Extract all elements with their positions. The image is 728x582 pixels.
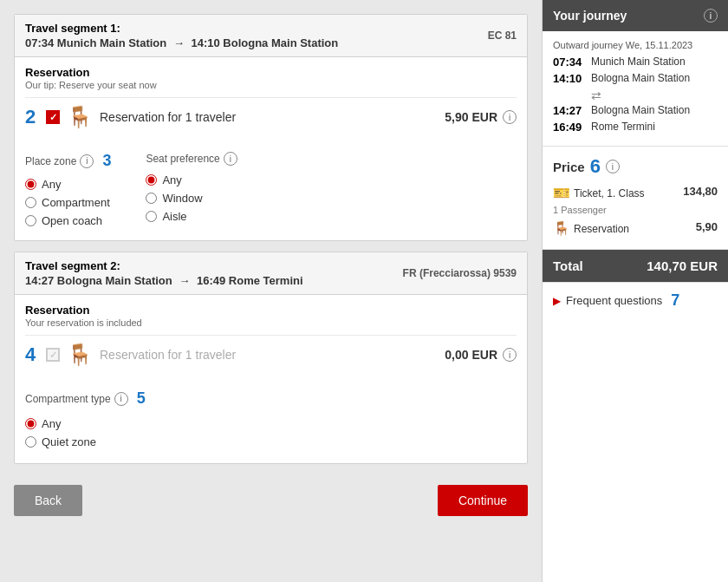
segment2-card: Travel segment 2: 14:27 Bologna Main Sta… bbox=[14, 252, 528, 464]
segment2-reservation-section: Reservation Your reservation is included… bbox=[15, 295, 527, 383]
place-zone-open-coach[interactable]: Open coach bbox=[25, 212, 111, 230]
segment1-reservation-title: Reservation bbox=[25, 66, 517, 79]
place-zone-open-coach-radio[interactable] bbox=[25, 215, 36, 226]
ticket-price-line: 🎫 Ticket, 1. Class 134,80 bbox=[553, 185, 718, 201]
compartment-any[interactable]: Any bbox=[25, 415, 517, 433]
segment2-reservation-label: Reservation for 1 traveler bbox=[100, 348, 445, 362]
place-zone-title: Place zone i 3 bbox=[25, 152, 111, 170]
faq-label: Frequent questions bbox=[566, 294, 662, 307]
segment2-info-icon[interactable]: i bbox=[503, 348, 517, 362]
segment1-arrow: → bbox=[173, 36, 185, 49]
ticket-label: 🎫 Ticket, 1. Class bbox=[553, 185, 645, 201]
segment1-header-left: Travel segment 1: 07:34 Munich Main Stat… bbox=[25, 22, 338, 49]
seat-preference-group: Seat preference i Any Window Aisle bbox=[146, 152, 237, 230]
segment2-route: 14:27 Bologna Main Station → 16:49 Rome … bbox=[25, 274, 303, 287]
compartment-any-radio[interactable] bbox=[25, 418, 36, 429]
seat-icon-2: 🪑 bbox=[67, 343, 93, 367]
reservation-price-value: 5,90 bbox=[696, 220, 718, 233]
segment1-card: Travel segment 1: 07:34 Munich Main Stat… bbox=[14, 14, 528, 241]
compartment-type-title: Compartment type i 5 bbox=[25, 389, 517, 408]
segment2-checkbox-area bbox=[46, 348, 60, 362]
segment1-arrive: 14:10 Bologna Main Station bbox=[192, 36, 339, 49]
segment1-reservation-label: Reservation for 1 traveler bbox=[100, 110, 445, 124]
outward-label: Outward journey We, 15.11.2023 bbox=[553, 40, 718, 50]
seat-pref-aisle-radio[interactable] bbox=[146, 211, 157, 222]
stop3-time: 14:27 bbox=[553, 104, 584, 117]
segment2-header: Travel segment 2: 14:27 Bologna Main Sta… bbox=[15, 252, 527, 295]
journey-stop-3: 14:27 Bologna Main Station bbox=[553, 104, 718, 117]
segment1-checkbox[interactable] bbox=[46, 110, 60, 124]
journey-stop-2: 14:10 Bologna Main Station bbox=[553, 72, 718, 85]
segment1-route: 07:34 Munich Main Station → 14:10 Bologn… bbox=[25, 36, 338, 49]
sidebar: Your journey i Outward journey We, 15.11… bbox=[542, 0, 728, 582]
place-zone-any[interactable]: Any bbox=[25, 175, 111, 193]
price-title: Price bbox=[553, 160, 585, 174]
faq-section[interactable]: ▶ Frequent questions 7 bbox=[543, 282, 728, 318]
total-value: 140,70 EUR bbox=[647, 258, 718, 273]
sidebar-title: Your journey bbox=[553, 9, 627, 23]
segment2-title: Travel segment 2: bbox=[25, 259, 303, 272]
reservation-seat-icon: 🪑 bbox=[553, 220, 570, 237]
ticket-value: 134,80 bbox=[683, 185, 718, 198]
journey-stop-4: 16:49 Rome Termini bbox=[553, 121, 718, 134]
segment2-step-number: 4 bbox=[25, 343, 46, 366]
segment2-reservation-subtitle: Your reservation is included bbox=[25, 317, 517, 328]
seat-pref-any[interactable]: Any bbox=[146, 171, 237, 189]
compartment-section: Compartment type i 5 Any Quiet zone bbox=[15, 383, 527, 463]
seat-pref-any-radio[interactable] bbox=[146, 174, 157, 186]
segment1-step-number: 2 bbox=[25, 106, 46, 128]
place-zone-step: 3 bbox=[102, 152, 111, 170]
place-zone-any-radio[interactable] bbox=[25, 179, 36, 190]
stop1-station: Munich Main Station bbox=[591, 56, 686, 69]
segment2-price: 0,00 EUR bbox=[445, 348, 497, 362]
faq-arrow-icon: ▶ bbox=[553, 295, 561, 307]
compartment-quiet[interactable]: Quiet zone bbox=[25, 433, 517, 451]
segment2-header-left: Travel segment 2: 14:27 Bologna Main Sta… bbox=[25, 259, 303, 287]
footer-buttons: Back Continue bbox=[14, 474, 528, 520]
segment1-checkbox-area[interactable] bbox=[46, 110, 60, 124]
segment1-reservation-subtitle: Our tip: Reserve your seat now bbox=[25, 80, 517, 90]
stop2-station: Bologna Main Station bbox=[591, 72, 690, 85]
segment2-arrive: 16:49 Rome Termini bbox=[197, 274, 303, 287]
continue-button[interactable]: Continue bbox=[438, 485, 528, 516]
segment2-depart: 14:27 Bologna Main Station bbox=[25, 274, 172, 287]
segment1-info-icon[interactable]: i bbox=[503, 110, 517, 124]
reservation-price-label: 🪑 Reservation bbox=[553, 220, 629, 237]
price-section: Price 6 i 🎫 Ticket, 1. Class 134,80 1 Pa… bbox=[543, 147, 728, 250]
place-zone-info-icon[interactable]: i bbox=[80, 154, 94, 168]
seat-pref-aisle[interactable]: Aisle bbox=[146, 207, 237, 226]
segment2-reservation-row: 4 🪑 Reservation for 1 traveler 0,00 EUR … bbox=[25, 335, 517, 374]
stop3-station: Bologna Main Station bbox=[591, 104, 690, 117]
compartment-info-icon[interactable]: i bbox=[114, 392, 128, 406]
segment1-train: EC 81 bbox=[488, 29, 517, 42]
seat-preference-title: Seat preference i bbox=[146, 152, 237, 166]
stop2-time: 14:10 bbox=[553, 72, 584, 85]
sidebar-info-icon[interactable]: i bbox=[704, 9, 718, 23]
seat-icon-1: 🪑 bbox=[67, 105, 93, 129]
seat-pref-info-icon[interactable]: i bbox=[224, 152, 237, 166]
place-zone-compartment-radio[interactable] bbox=[25, 197, 36, 208]
segment1-options-row: Place zone i 3 Any Compartment Open coac… bbox=[15, 145, 527, 240]
sidebar-header: Your journey i bbox=[543, 0, 728, 31]
segment2-price-area: 0,00 EUR i bbox=[445, 348, 517, 362]
segment1-reservation-row: 2 🪑 Reservation for 1 traveler 5,90 EUR … bbox=[25, 97, 517, 136]
compartment-step: 5 bbox=[137, 389, 146, 408]
compartment-quiet-radio[interactable] bbox=[25, 436, 36, 448]
segment1-price: 5,90 EUR bbox=[445, 110, 497, 124]
stop4-time: 16:49 bbox=[553, 121, 584, 134]
back-button[interactable]: Back bbox=[14, 485, 82, 516]
ticket-icon: 🎫 bbox=[553, 185, 570, 201]
place-zone-group: Place zone i 3 Any Compartment Open coac… bbox=[25, 152, 111, 230]
passenger-count: 1 Passenger bbox=[553, 205, 718, 215]
segment1-price-area: 5,90 EUR i bbox=[445, 110, 517, 124]
segment2-arrow: → bbox=[179, 274, 190, 287]
segment2-checkbox bbox=[46, 348, 60, 362]
journey-stop-1: 07:34 Munich Main Station bbox=[553, 56, 718, 69]
segment1-title: Travel segment 1: bbox=[25, 22, 338, 35]
price-step: 6 bbox=[590, 155, 601, 178]
seat-pref-window-radio[interactable] bbox=[146, 193, 157, 204]
seat-pref-window[interactable]: Window bbox=[146, 189, 237, 207]
journey-connector: ⇄ bbox=[553, 88, 718, 102]
place-zone-compartment[interactable]: Compartment bbox=[25, 193, 111, 212]
price-info-icon[interactable]: i bbox=[606, 160, 620, 173]
